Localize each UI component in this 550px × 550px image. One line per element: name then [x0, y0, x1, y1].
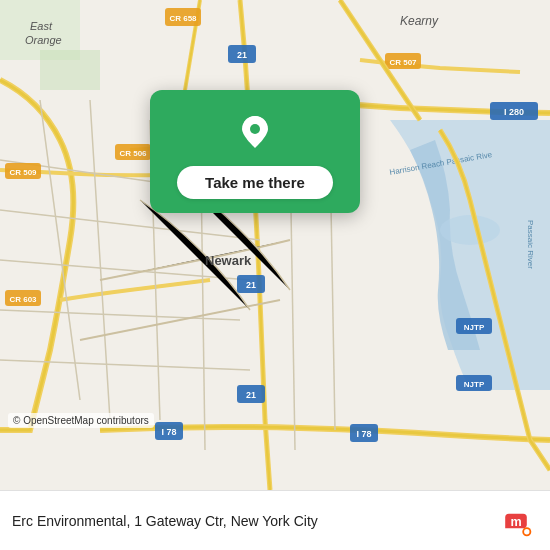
svg-text:Passaic River: Passaic River [526, 220, 535, 269]
osm-attribution: © OpenStreetMap contributors [8, 413, 154, 428]
svg-point-1 [440, 215, 500, 245]
svg-text:21: 21 [237, 50, 247, 60]
svg-text:NJTP: NJTP [464, 380, 485, 389]
svg-text:21: 21 [246, 280, 256, 290]
svg-text:East: East [30, 20, 53, 32]
moovit-logo: m [498, 503, 534, 539]
svg-text:m: m [510, 514, 521, 528]
map-pin-icon-wrap [231, 108, 279, 156]
svg-text:CR 507: CR 507 [389, 58, 417, 67]
svg-text:I 78: I 78 [356, 429, 371, 439]
location-address: Erc Environmental, 1 Gateway Ctr, New Yo… [12, 513, 498, 529]
svg-point-48 [250, 124, 260, 134]
svg-text:NJTP: NJTP [464, 323, 485, 332]
bottom-info-bar: Erc Environmental, 1 Gateway Ctr, New Yo… [0, 490, 550, 550]
moovit-logo-icon: m [498, 503, 534, 539]
map-view: 21 21 21 I 280 I 78 I 78 CR 658 CR 506 C… [0, 0, 550, 490]
navigation-popup: Take me there [150, 90, 360, 213]
take-me-there-button[interactable]: Take me there [177, 166, 333, 199]
svg-text:CR 509: CR 509 [9, 168, 37, 177]
svg-text:I 78: I 78 [161, 427, 176, 437]
svg-text:CR 658: CR 658 [169, 14, 197, 23]
svg-text:21: 21 [246, 390, 256, 400]
location-pin-icon [233, 110, 277, 154]
svg-rect-3 [40, 50, 100, 90]
svg-text:Kearny: Kearny [400, 14, 439, 28]
svg-text:Newark: Newark [205, 253, 252, 268]
svg-text:CR 506: CR 506 [119, 149, 147, 158]
svg-text:Orange: Orange [25, 34, 62, 46]
svg-text:I 280: I 280 [504, 107, 524, 117]
svg-text:CR 603: CR 603 [9, 295, 37, 304]
svg-point-52 [524, 529, 529, 534]
